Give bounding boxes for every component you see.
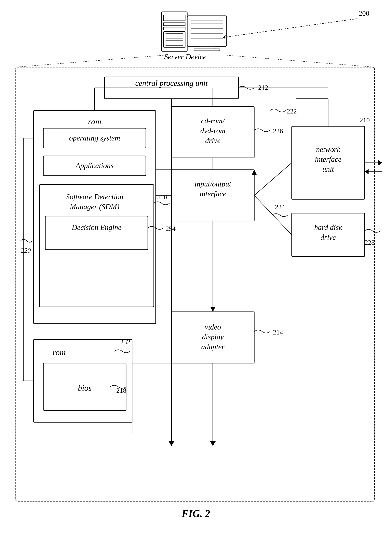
cpu-label: central processing unit bbox=[135, 79, 208, 88]
ref-228: 228 bbox=[365, 239, 375, 246]
server-device-label: Server Device bbox=[164, 52, 206, 61]
sdm-label-line2: Manager (SDM) bbox=[70, 202, 119, 211]
applications-label: Applications bbox=[75, 162, 113, 170]
rom-label: rom bbox=[53, 348, 66, 357]
ref-226: 226 bbox=[273, 127, 283, 135]
ref-254: 254 bbox=[166, 225, 176, 232]
diagram-container: Server Device 200 central processing uni… bbox=[0, 0, 392, 533]
video-label-line2: display bbox=[202, 333, 224, 341]
svg-line-26 bbox=[227, 55, 374, 67]
ref-224: 224 bbox=[275, 203, 285, 210]
server-device-illustration bbox=[162, 12, 227, 51]
svg-line-25 bbox=[16, 55, 163, 67]
ref-212: 212 bbox=[258, 84, 268, 91]
figure-label: FIG. 2 bbox=[182, 508, 210, 519]
ref-218: 218 bbox=[116, 387, 126, 394]
os-label: operating system bbox=[69, 134, 120, 142]
niu-label-line2: interface bbox=[315, 155, 341, 163]
ref-220: 220 bbox=[21, 247, 31, 254]
ref-214: 214 bbox=[273, 328, 283, 336]
cdrom-label-line2: dvd-rom bbox=[200, 127, 225, 135]
decision-engine-box bbox=[45, 216, 148, 250]
hdd-label-line1: hard disk bbox=[314, 223, 342, 232]
video-label-line1: video bbox=[205, 323, 221, 331]
ref-250-label: 250 bbox=[157, 193, 167, 201]
cdrom-label-line3: drive bbox=[205, 136, 220, 145]
io-label-line1: input/output bbox=[195, 180, 231, 188]
ram-label: ram bbox=[88, 117, 101, 126]
ref-200: 200 bbox=[359, 10, 369, 17]
svg-rect-22 bbox=[194, 49, 220, 51]
svg-rect-12 bbox=[190, 18, 224, 42]
svg-marker-30 bbox=[378, 160, 382, 165]
svg-rect-21 bbox=[199, 46, 215, 49]
cdrom-label-line1: cd-rom/ bbox=[201, 117, 225, 125]
decision-engine-label: Decision Engine bbox=[71, 223, 121, 232]
video-label-line3: adapter bbox=[201, 343, 224, 351]
sdm-label-line1: Software Detection bbox=[66, 193, 123, 201]
ref-232: 232 bbox=[120, 338, 130, 346]
hdd-label-line2: drive bbox=[321, 233, 336, 241]
io-label-line2: interface bbox=[200, 190, 226, 198]
ref-210: 210 bbox=[360, 116, 370, 124]
ref-222: 222 bbox=[287, 108, 297, 115]
bios-label: bios bbox=[78, 383, 92, 392]
niu-label-line1: network bbox=[316, 145, 341, 153]
svg-line-23 bbox=[223, 19, 357, 38]
niu-label-line3: unit bbox=[322, 165, 334, 173]
